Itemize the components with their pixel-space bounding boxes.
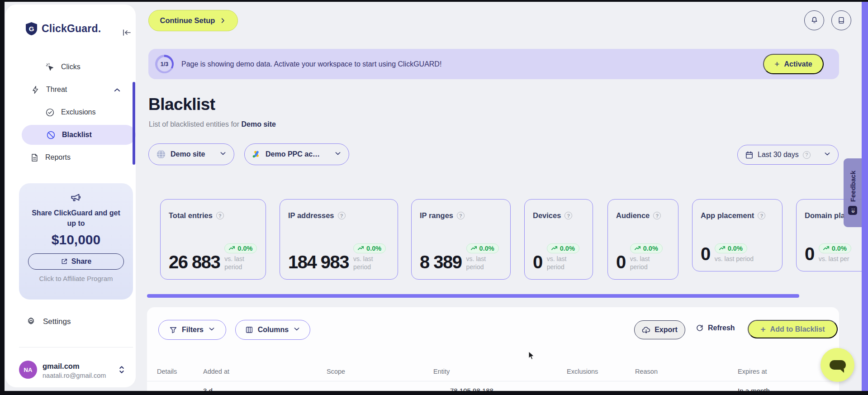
- export-label: Export: [655, 326, 678, 334]
- column-header-exclusions[interactable]: Exclusions: [567, 368, 598, 375]
- page-title: Blacklist: [148, 95, 215, 114]
- export-button[interactable]: Export: [634, 320, 685, 339]
- brand-name: ClickGuard.: [42, 23, 101, 35]
- column-header-entity[interactable]: Entity: [433, 368, 450, 375]
- sidebar-divider: [19, 347, 133, 347]
- delta-badge: 0.0%: [466, 243, 499, 253]
- help-icon: ?: [653, 212, 661, 219]
- site-selector[interactable]: Demo site: [148, 143, 234, 165]
- sidebar-item-label: Blacklist: [62, 131, 92, 139]
- trend-up-icon: [551, 246, 558, 251]
- sidebar-item-clicks[interactable]: Clicks: [45, 60, 81, 74]
- stat-value: 184 983: [288, 253, 349, 271]
- external-link-icon: [61, 258, 68, 265]
- bell-icon: [810, 16, 819, 25]
- sidebar-item-exclusions[interactable]: Exclusions: [45, 105, 95, 119]
- ban-icon: [46, 130, 56, 140]
- affiliate-link[interactable]: Click to Affiliate Program: [39, 275, 113, 282]
- chat-bubble-icon: [830, 360, 846, 370]
- account-switcher-icon[interactable]: [118, 365, 126, 376]
- ppc-account-selector[interactable]: Demo PPC ac…: [244, 143, 349, 165]
- stat-label: IP ranges: [420, 211, 453, 220]
- stat-value: 0: [616, 253, 626, 271]
- sidebar-item-label: Clicks: [61, 63, 81, 71]
- delta-badge: 0.0%: [630, 243, 663, 253]
- svg-text:G: G: [29, 25, 34, 33]
- columns-label: Columns: [258, 326, 289, 334]
- trend-up-icon: [635, 246, 641, 251]
- chevron-down-icon: [334, 150, 342, 159]
- column-header-scope[interactable]: Scope: [327, 368, 345, 375]
- chevron-up-icon[interactable]: [113, 86, 121, 96]
- columns-button[interactable]: Columns: [235, 320, 310, 340]
- chevron-down-icon: [219, 150, 227, 159]
- gear-icon: [26, 317, 36, 326]
- delta-badge: 0.0%: [819, 243, 851, 253]
- stat-card-total-entries: Total entries? 26 883 0.0% vs. last peri…: [160, 199, 266, 280]
- stat-label: IP addresses: [288, 211, 334, 220]
- share-button-label: Share: [71, 257, 91, 266]
- sidebar-item-threat[interactable]: Threat: [31, 82, 67, 97]
- add-to-blacklist-label: Add to Blacklist: [770, 325, 825, 333]
- help-icon: ?: [564, 212, 572, 219]
- stat-card-devices: Devices? 0 0.0% vs. last period: [524, 199, 593, 280]
- delta-badge: 0.0%: [353, 243, 386, 253]
- stat-note: vs. last period: [353, 255, 386, 271]
- book-icon: [837, 16, 845, 25]
- page-subtitle-site: Demo site: [242, 120, 276, 128]
- sidebar-scrollbar-thumb[interactable]: [133, 82, 135, 165]
- promo-amount: $10,000: [52, 232, 100, 247]
- notifications-button[interactable]: [804, 10, 824, 30]
- stat-value: 0: [805, 245, 814, 263]
- clickguard-shield-icon: G: [25, 22, 38, 36]
- chat-launcher-button[interactable]: [821, 348, 854, 382]
- sidebar-item-label: Exclusions: [61, 108, 95, 116]
- delta-badge: 0.0%: [547, 243, 579, 253]
- megaphone-icon: [70, 191, 82, 203]
- avatar[interactable]: NA: [19, 361, 37, 379]
- demo-data-banner: 1/3 Page is showing demo data. Activate …: [148, 49, 839, 79]
- plus-icon: +: [760, 324, 765, 334]
- refresh-button[interactable]: Refresh: [696, 324, 735, 332]
- stat-card-app-placement: App placement? 0 0.0% vs. last period: [692, 199, 783, 271]
- column-header-reason[interactable]: Reason: [635, 368, 658, 375]
- sidebar-item-blacklist[interactable]: Blacklist: [22, 125, 136, 145]
- stat-note: vs. last period: [630, 255, 663, 271]
- globe-icon: [156, 149, 166, 159]
- sidebar: G ClickGuard. Clicks Threat: [5, 5, 136, 387]
- chevron-down-icon: [293, 325, 300, 334]
- page-vertical-scrollbar[interactable]: [862, 2, 868, 391]
- stat-card-audience: Audience? 0 0.0% vs. last period: [607, 199, 678, 280]
- banner-message: Page is showing demo data. Activate your…: [181, 60, 441, 68]
- sidebar-item-settings[interactable]: Settings: [26, 317, 71, 326]
- stat-label: Domain pla: [805, 211, 845, 220]
- help-icon: ?: [216, 212, 224, 219]
- stat-value: 0: [701, 245, 710, 263]
- share-button[interactable]: Share: [28, 253, 124, 270]
- account-email: naatali.ro@gmail.com: [43, 372, 106, 379]
- sidebar-collapse-icon[interactable]: [121, 27, 132, 38]
- date-range-selector[interactable]: Last 30 days ?: [737, 145, 839, 165]
- trend-up-icon: [719, 246, 726, 251]
- funnel-icon: [169, 326, 177, 334]
- sidebar-item-reports[interactable]: Reports: [30, 150, 71, 165]
- add-to-blacklist-button[interactable]: + Add to Blacklist: [748, 320, 838, 338]
- stat-value: 26 883: [169, 253, 220, 271]
- continue-setup-button[interactable]: Continue Setup: [148, 10, 238, 31]
- column-header-expires-at[interactable]: Expires at: [738, 368, 767, 375]
- column-header-added-at[interactable]: Added at: [203, 368, 229, 375]
- chevron-right-icon: [219, 17, 226, 24]
- stat-note: vs. last period: [224, 255, 257, 271]
- column-header-details[interactable]: Details: [157, 368, 177, 375]
- docs-button[interactable]: [831, 10, 851, 30]
- stat-note: vs. last per: [819, 255, 849, 263]
- site-selector-value: Demo site: [171, 150, 205, 158]
- feedback-tab[interactable]: Feedback c:: [844, 158, 862, 227]
- feedback-label: Feedback: [849, 171, 857, 202]
- activate-button[interactable]: + Activate: [763, 54, 824, 74]
- cards-horizontal-scrollbar[interactable]: [147, 294, 799, 298]
- promo-title: Share ClickGuard and get up to: [28, 208, 124, 228]
- delta-badge: 0.0%: [715, 243, 747, 253]
- settings-label: Settings: [43, 317, 71, 326]
- filters-button[interactable]: Filters: [158, 320, 226, 340]
